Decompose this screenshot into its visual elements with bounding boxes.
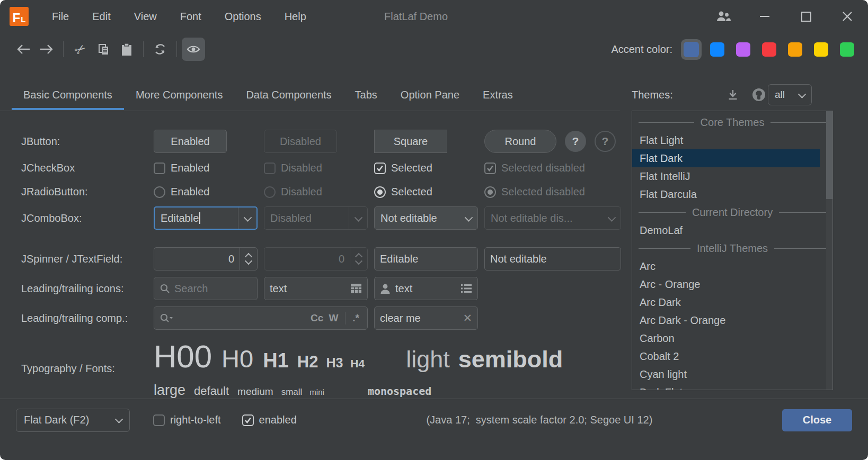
whole-word-button[interactable]: W [329,312,338,324]
accent-swatch-default[interactable] [681,39,702,60]
help-button[interactable]: ? [565,131,586,152]
back-button[interactable] [12,38,35,61]
table-icon[interactable] [350,283,362,294]
maximize-button[interactable] [785,0,827,33]
close-button[interactable]: Close [782,409,852,431]
theme-item-demolaf[interactable]: DemoLaf [632,221,820,239]
minimize-button[interactable] [744,0,785,33]
jbutton-label: JButton: [21,136,154,148]
search-field[interactable] [154,277,258,300]
not-editable-combobox[interactable]: Not editable [374,206,478,230]
accent-color-group: Accent color: [611,39,854,60]
clear-me-field[interactable]: clear me ✕ [374,306,478,330]
search-with-options-field[interactable]: Cc W .* [154,306,368,330]
tab-data-components[interactable]: Data Components [234,79,343,110]
semibold-sample: semibold [458,346,563,373]
theme-item-dark-flat[interactable]: Dark Flat [632,383,820,390]
spinner-buttons[interactable] [240,248,257,270]
enabled-checkbox[interactable]: enabled [242,414,297,426]
theme-item-arc[interactable]: Arc [632,257,820,275]
editable-textfield[interactable]: Editable [374,247,478,270]
close-window-button[interactable] [827,0,868,33]
tab-more-components[interactable]: More Components [124,79,235,110]
accent-swatch-yellow[interactable] [814,42,828,57]
theme-item-cobalt-2[interactable]: Cobalt 2 [632,347,820,365]
theme-item-flat-light[interactable]: Flat Light [632,131,820,149]
download-themes-button[interactable] [724,84,742,105]
round-button[interactable]: Round [484,130,556,153]
radio-enabled[interactable]: Enabled [154,186,258,198]
show-hidden-toggle-button[interactable] [182,38,205,61]
tab-basic-components[interactable]: Basic Components [12,79,124,110]
theme-item-cyan-light[interactable]: Cyan light [632,365,820,383]
spinner-down-icon [355,257,362,265]
look-and-feel-combobox[interactable]: Flat Dark (F2) [16,409,130,432]
combobox-arrow-button[interactable] [238,208,256,229]
copy-button[interactable] [92,38,115,61]
theme-item-flat-intellij[interactable]: Flat IntelliJ [632,167,820,185]
users-button[interactable] [703,0,744,33]
search-dropdown-icon[interactable] [160,313,174,323]
menu-options[interactable]: Options [213,0,273,33]
right-to-left-checkbox[interactable]: right-to-left [153,414,221,426]
close-icon [842,11,853,22]
theme-item-arc-dark[interactable]: Arc Dark [632,293,820,311]
accent-swatch-green[interactable] [840,42,854,57]
radio-selected[interactable]: Selected [374,186,478,198]
text-field-user-list[interactable]: text [374,277,478,300]
accent-swatch-purple[interactable] [736,42,750,57]
menu-view[interactable]: View [122,0,169,33]
tab-extras[interactable]: Extras [471,79,525,110]
enabled-button[interactable]: Enabled [154,130,227,153]
themes-scrollbar[interactable] [826,111,832,390]
accent-swatch-blue[interactable] [710,42,724,57]
cut-button[interactable]: ✂ [68,38,92,61]
h00-sample: H00 [154,338,212,375]
typography-label: Typography / Fonts: [21,363,154,375]
accent-swatch-orange[interactable] [788,42,802,57]
forward-button[interactable] [35,38,58,61]
accent-swatch-red[interactable] [762,42,776,57]
theme-item-arc-orange[interactable]: Arc - Orange [632,275,820,293]
paste-button[interactable] [115,38,138,61]
checkbox-selected-disabled: Selected disabled [484,162,621,174]
menu-edit[interactable]: Edit [81,0,122,33]
search-input[interactable] [174,283,252,295]
github-button[interactable] [749,84,768,105]
menu-font[interactable]: Font [169,0,213,33]
tab-option-pane[interactable]: Option Pane [389,79,471,110]
spinner[interactable]: 0 [154,247,258,270]
checkbox-enabled[interactable]: Enabled [154,162,258,174]
chevron-down-icon [607,213,616,222]
clear-icon[interactable]: ✕ [463,312,472,324]
checkbox-icon [153,414,165,426]
editable-combobox[interactable]: Editable [154,206,258,230]
typography-row: Typography / Fonts: H00 H0 H1 H2 H3 H4 l… [21,338,631,399]
refresh-button[interactable] [148,38,172,61]
match-case-button[interactable]: Cc [311,312,323,324]
regex-button[interactable]: .* [352,312,359,324]
themes-list: Core Themes Flat Light Flat Dark Flat In… [632,111,833,390]
checkbox-selected[interactable]: Selected [374,162,478,174]
list-icon[interactable] [460,284,472,293]
tab-separator-line [0,111,620,111]
text-field-table[interactable]: text [264,277,368,300]
chevron-down-icon [464,213,473,222]
theme-item-flat-darcula[interactable]: Flat Darcula [632,185,820,203]
theme-item-flat-dark[interactable]: Flat Dark [632,149,820,167]
theme-item-carbon[interactable]: Carbon [632,329,820,347]
menu-file[interactable]: File [40,0,81,33]
radio-icon [264,186,276,198]
theme-item-arc-dark-orange[interactable]: Arc Dark - Orange [632,311,820,329]
radio-selected-disabled: Selected disabled [484,186,621,198]
toolbar-separator [143,41,144,57]
tab-tabs[interactable]: Tabs [343,79,389,110]
square-button[interactable]: Square [374,130,447,153]
menu-help[interactable]: Help [273,0,318,33]
download-icon [727,89,739,101]
themes-filter-combobox[interactable]: all [768,84,812,105]
combobox-arrow-button[interactable] [459,207,477,229]
themes-scrollbar-thumb[interactable] [826,111,832,199]
users-icon [715,10,731,23]
small-sample: small [281,387,303,398]
